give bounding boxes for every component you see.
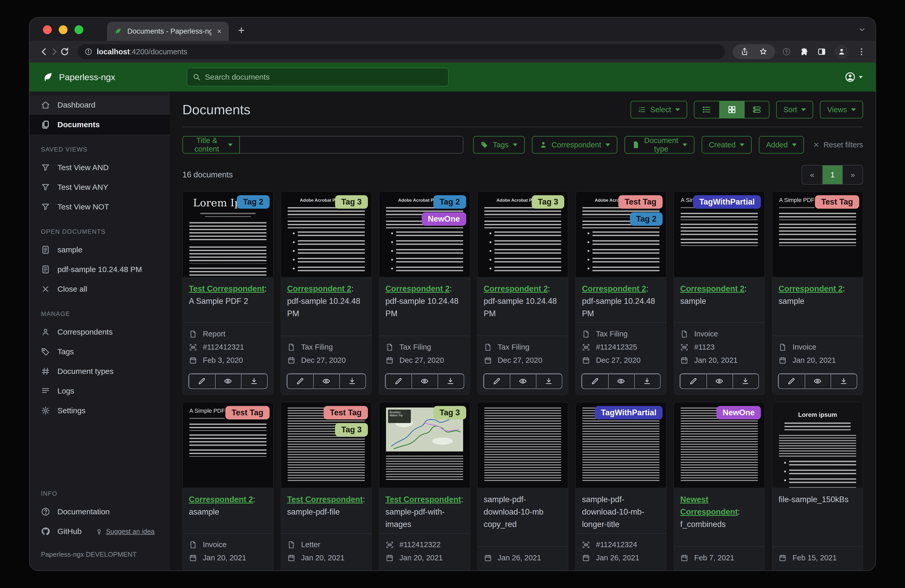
correspondent-link[interactable]: Test Correspondent xyxy=(386,495,461,504)
pagination-page-1[interactable]: 1 xyxy=(822,165,842,184)
tag-badge[interactable]: Tag 3 xyxy=(335,195,368,209)
suggest-an-idea-link[interactable]: Suggest an idea xyxy=(95,528,154,536)
edit-button[interactable] xyxy=(778,374,805,388)
edit-button[interactable] xyxy=(582,374,608,388)
view-button[interactable] xyxy=(706,374,732,388)
tag-badge[interactable]: Tag 3 xyxy=(433,406,466,419)
download-button[interactable] xyxy=(634,374,660,388)
manage-item-settings[interactable]: Settings xyxy=(30,401,170,420)
document-type[interactable]: Tax Filing xyxy=(287,343,365,352)
tag-badge[interactable]: Tag 2 xyxy=(237,195,270,209)
views-button[interactable]: Views xyxy=(820,101,863,119)
document-type[interactable]: Tax Filing xyxy=(484,343,562,352)
forward-icon[interactable] xyxy=(49,46,59,57)
select-button[interactable]: Select xyxy=(630,101,687,119)
grid-view-button[interactable] xyxy=(719,101,744,118)
document-thumbnail[interactable]: Adobe Acrobat PDF FilesTest TagTag 2 xyxy=(576,192,666,277)
document-thumbnail[interactable]: Adobe Acrobat PDF FilesTag 3 xyxy=(478,192,568,277)
detail-view-button[interactable] xyxy=(744,101,769,118)
share-icon[interactable] xyxy=(740,47,749,56)
download-button[interactable] xyxy=(438,374,464,388)
view-button[interactable] xyxy=(411,374,438,388)
document-type[interactable]: Letter xyxy=(287,540,365,549)
saved-view-test-view-not[interactable]: Test View NOT xyxy=(30,197,170,217)
document-thumbnail[interactable] xyxy=(478,403,568,488)
document-thumbnail[interactable]: Test TagTag 3 xyxy=(281,403,372,488)
sort-button[interactable]: Sort xyxy=(776,101,813,119)
download-button[interactable] xyxy=(241,374,267,388)
reset-filters[interactable]: Reset filters xyxy=(813,141,863,149)
close-window-button[interactable] xyxy=(43,25,52,34)
view-button[interactable] xyxy=(215,374,241,388)
correspondent-link[interactable]: Correspondent 2 xyxy=(386,284,450,293)
open-document-close-all[interactable]: Close all xyxy=(30,279,170,299)
open-document-pdf-sample-10-24-48-pm[interactable]: pdf-sample 10.24.48 PM xyxy=(30,260,170,279)
correspondent-link[interactable]: Correspondent 2 xyxy=(484,284,548,293)
edit-button[interactable] xyxy=(680,374,706,388)
manage-item-correspondents[interactable]: Correspondents xyxy=(30,322,170,342)
view-button[interactable] xyxy=(608,374,634,388)
tag-badge[interactable]: NewOne xyxy=(716,406,761,419)
zoom-window-button[interactable] xyxy=(75,25,83,34)
close-tab-icon[interactable]: × xyxy=(217,27,221,36)
filter-field-button[interactable]: Title & content xyxy=(183,136,240,154)
edit-button[interactable] xyxy=(386,374,411,388)
document-thumbnail[interactable]: Lorem ipsum xyxy=(772,403,863,488)
edit-button[interactable] xyxy=(189,374,215,388)
new-tab-button[interactable]: + xyxy=(238,24,245,37)
tag-badge[interactable]: Test Tag xyxy=(324,406,368,419)
document-type[interactable]: Report xyxy=(189,330,267,338)
tag-badge[interactable]: Tag 3 xyxy=(532,195,565,209)
info-item-documentation[interactable]: Documentation xyxy=(30,502,170,521)
view-button[interactable] xyxy=(510,374,536,388)
manage-item-tags[interactable]: Tags xyxy=(30,342,170,361)
document-type[interactable]: Invoice xyxy=(778,343,857,352)
tag-badge[interactable]: Tag 2 xyxy=(433,195,466,209)
info-item-github[interactable]: GitHubSuggest an idea xyxy=(30,521,170,541)
tag-badge[interactable]: Tag 2 xyxy=(630,212,663,226)
saved-view-test-view-and[interactable]: Test View AND xyxy=(30,158,170,178)
correspondent-link[interactable]: Correspondent 2 xyxy=(680,284,744,293)
download-button[interactable] xyxy=(536,374,562,388)
filter-text-input[interactable] xyxy=(240,136,463,154)
pagination-next[interactable]: » xyxy=(842,165,862,184)
sidebar-item-documents[interactable]: Documents xyxy=(30,115,170,135)
tab-strip-chevron-down-icon[interactable] xyxy=(857,25,867,34)
tag-badge[interactable]: Test Tag xyxy=(618,195,662,209)
document-thumbnail[interactable]: A Simple PDF FileTest Tag xyxy=(183,403,273,488)
search-input[interactable] xyxy=(205,73,443,81)
document-thumbnail[interactable]: Adobe Acrobat PDF FilesTag 3 xyxy=(281,192,372,277)
back-icon[interactable] xyxy=(39,46,49,57)
password-manager-icon[interactable] xyxy=(782,47,791,56)
tag-badge[interactable]: TagWithPartial xyxy=(693,195,761,209)
filter-added-button[interactable]: Added xyxy=(759,136,804,154)
list-view-button[interactable] xyxy=(694,101,719,118)
download-button[interactable] xyxy=(830,374,857,388)
correspondent-link[interactable]: Correspondent 2 xyxy=(582,284,646,293)
tag-badge[interactable]: TagWithPartial xyxy=(595,406,662,419)
download-button[interactable] xyxy=(732,374,759,388)
edit-button[interactable] xyxy=(484,374,510,388)
document-thumbnail[interactable]: NewOne xyxy=(674,403,765,488)
open-document-sample[interactable]: sample xyxy=(30,240,170,260)
app-logo[interactable]: Paperless-ngx xyxy=(43,71,115,83)
browser-profile-avatar[interactable] xyxy=(835,45,849,59)
minimize-window-button[interactable] xyxy=(59,25,68,34)
document-thumbnail[interactable]: Boundary Waters TripTag 3 xyxy=(379,403,470,488)
correspondent-link[interactable]: Correspondent 2 xyxy=(287,284,351,293)
pagination-prev[interactable]: « xyxy=(802,165,822,184)
correspondent-link[interactable]: Test Correspondent xyxy=(189,284,264,293)
download-button[interactable] xyxy=(339,374,365,388)
user-menu[interactable] xyxy=(845,71,862,83)
document-thumbnail[interactable]: Adobe Acrobat PDF FilesTag 2NewOne xyxy=(379,192,470,277)
document-type[interactable]: Tax Filing xyxy=(582,330,660,338)
browser-tab[interactable]: Documents - Paperless-ngx × xyxy=(107,22,229,41)
saved-view-test-view-any[interactable]: Test View ANY xyxy=(30,178,170,197)
document-type[interactable]: Tax Filing xyxy=(386,343,464,352)
tag-badge[interactable]: Tag 3 xyxy=(335,423,368,436)
document-type[interactable]: Invoice xyxy=(680,330,758,338)
reload-icon[interactable] xyxy=(59,46,70,57)
document-type[interactable]: Invoice xyxy=(189,540,267,549)
correspondent-link[interactable]: Correspondent 2 xyxy=(778,284,843,293)
correspondent-link[interactable]: Newest Correspondent xyxy=(680,495,738,517)
